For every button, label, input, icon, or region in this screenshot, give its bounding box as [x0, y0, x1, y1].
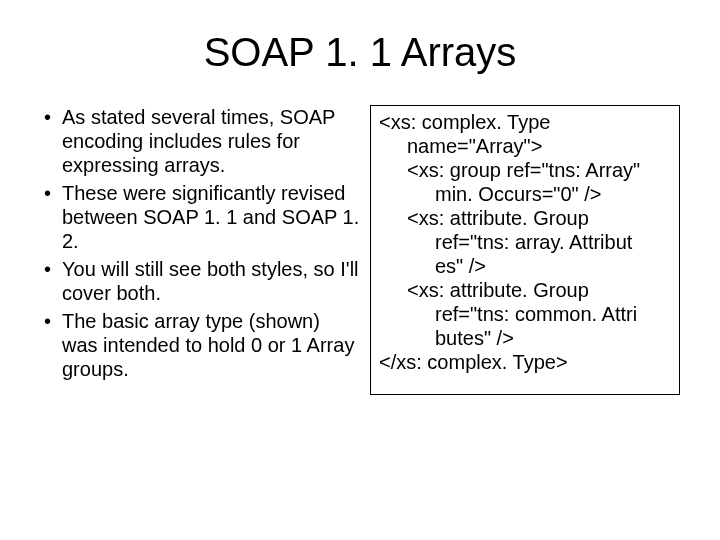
code-line: butes" />	[379, 326, 671, 350]
slide: SOAP 1. 1 Arrays As stated several times…	[0, 0, 720, 540]
code-line: es" />	[379, 254, 671, 278]
code-line: </xs: complex. Type>	[379, 350, 671, 374]
content-columns: As stated several times, SOAP encoding i…	[40, 105, 680, 395]
code-line: <xs: complex. Type	[379, 110, 671, 134]
code-line: ref="tns: array. Attribut	[379, 230, 671, 254]
code-line: <xs: attribute. Group	[379, 278, 671, 302]
code-line: min. Occurs="0" />	[379, 182, 671, 206]
slide-title: SOAP 1. 1 Arrays	[40, 30, 680, 75]
left-column: As stated several times, SOAP encoding i…	[40, 105, 360, 395]
bullet-item: You will still see both styles, so I'll …	[40, 257, 360, 305]
code-line: <xs: attribute. Group	[379, 206, 671, 230]
code-line: <xs: group ref="tns: Array"	[379, 158, 671, 182]
code-block: <xs: complex. Type name="Array"> <xs: gr…	[379, 110, 671, 374]
bullet-item: As stated several times, SOAP encoding i…	[40, 105, 360, 177]
code-line: name="Array">	[379, 134, 671, 158]
bullet-item: The basic array type (shown) was intende…	[40, 309, 360, 381]
bullet-list: As stated several times, SOAP encoding i…	[40, 105, 360, 381]
code-box: <xs: complex. Type name="Array"> <xs: gr…	[370, 105, 680, 395]
code-line: ref="tns: common. Attri	[379, 302, 671, 326]
bullet-item: These were significantly revised between…	[40, 181, 360, 253]
